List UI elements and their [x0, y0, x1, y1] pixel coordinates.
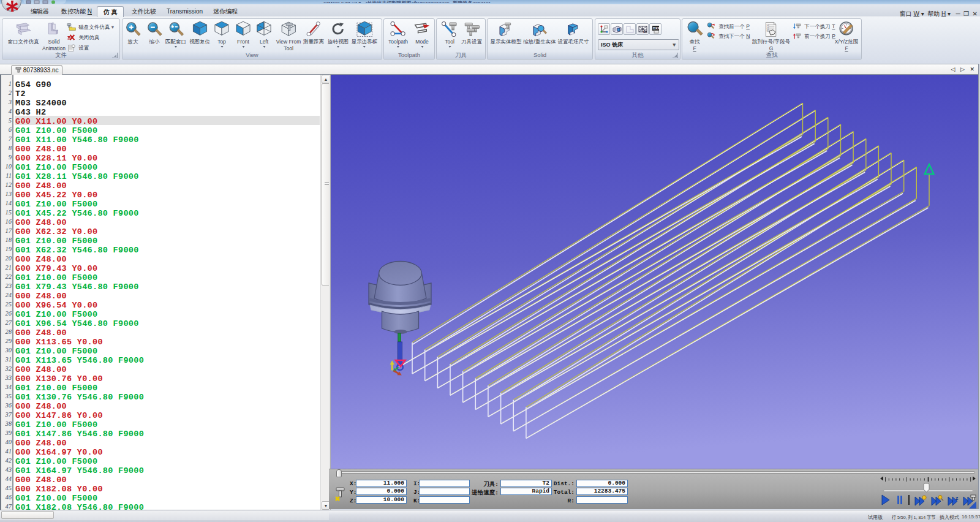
svg-text:z: z: [956, 495, 959, 501]
svg-text:90: 90: [767, 30, 769, 32]
svg-text:SK: SK: [643, 30, 647, 34]
svg-text:DXF: DXF: [653, 26, 660, 30]
